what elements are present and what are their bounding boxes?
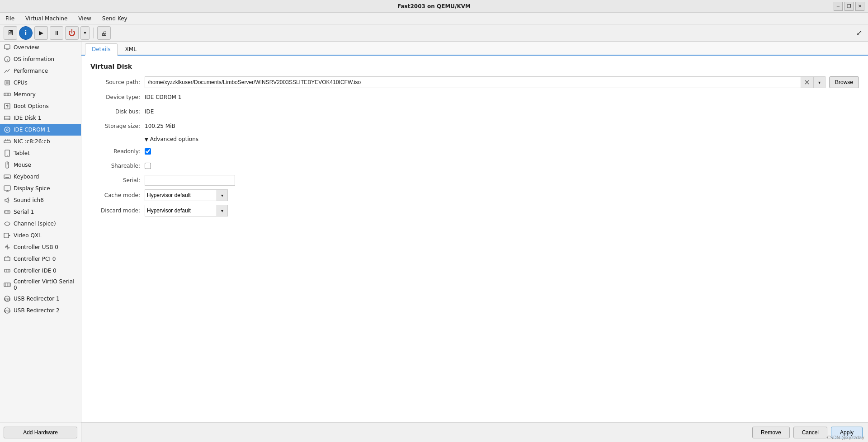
advanced-options-toggle[interactable]: ▼ Advanced options bbox=[145, 136, 859, 142]
sidebar-item-overview[interactable]: Overview bbox=[0, 42, 81, 53]
pause-button[interactable]: ⏸ bbox=[50, 26, 63, 40]
sidebar-item-ctrl-pci0[interactable]: Controller PCI 0 bbox=[0, 253, 81, 265]
shareable-checkbox[interactable] bbox=[145, 163, 151, 169]
sidebar-item-mouse[interactable]: Mouse bbox=[0, 159, 81, 171]
menu-virtual-machine[interactable]: Virtual Machine bbox=[23, 14, 70, 23]
restore-button[interactable]: ❐ bbox=[844, 2, 854, 11]
serial-label: Serial: bbox=[90, 177, 145, 183]
sidebar-item-memory[interactable]: Memory bbox=[0, 89, 81, 100]
sidebar-item-channel-spice[interactable]: Channel (spice) bbox=[0, 218, 81, 230]
sidebar-label-tablet: Tablet bbox=[14, 150, 30, 156]
sidebar-item-usb-redir2[interactable]: USB USB Redirector 2 bbox=[0, 305, 81, 316]
sidebar-item-video-qxl[interactable]: Video QXL bbox=[0, 230, 81, 241]
tab-xml[interactable]: XML bbox=[118, 43, 143, 55]
sidebar-label-ctrl-virtio: Controller VirtIO Serial 0 bbox=[14, 278, 77, 291]
advanced-section: ▼ Advanced options Readonly: Shareable: bbox=[90, 136, 859, 216]
source-path-clear-button[interactable] bbox=[801, 76, 814, 88]
add-hardware-area: Add Hardware bbox=[0, 423, 81, 442]
sidebar-item-cpus[interactable]: CPUs bbox=[0, 77, 81, 89]
svg-rect-42 bbox=[8, 247, 9, 248]
keyboard-icon bbox=[4, 173, 11, 180]
sidebar-label-video-qxl: Video QXL bbox=[14, 232, 42, 239]
info-button[interactable]: i bbox=[19, 26, 33, 40]
action-dropdown-button[interactable]: ▾ bbox=[80, 26, 90, 40]
menubar: File Virtual Machine View Send Key bbox=[0, 13, 868, 24]
tabs: Details XML bbox=[81, 42, 868, 56]
sidebar-item-boot[interactable]: Boot Options bbox=[0, 100, 81, 112]
sidebar-item-ide-cdrom1[interactable]: IDE CDROM 1 bbox=[0, 124, 81, 136]
sidebar-item-serial1[interactable]: Serial 1 bbox=[0, 206, 81, 218]
add-hardware-button[interactable]: Add Hardware bbox=[4, 427, 77, 438]
sidebar-item-ctrl-usb0[interactable]: Controller USB 0 bbox=[0, 241, 81, 253]
readonly-checkbox-wrapper bbox=[145, 148, 151, 155]
tab-details[interactable]: Details bbox=[85, 43, 118, 56]
sidebar-label-ctrl-ide0: Controller IDE 0 bbox=[14, 268, 57, 274]
readonly-checkbox[interactable] bbox=[145, 148, 151, 155]
sidebar-item-display-spice[interactable]: Display Spice bbox=[0, 183, 81, 194]
sidebar-item-performance[interactable]: Performance bbox=[0, 65, 81, 77]
vm-display-button[interactable]: 🖥 bbox=[4, 26, 17, 40]
discard-mode-dropdown-button[interactable]: ▾ bbox=[217, 205, 228, 216]
discard-mode-select-wrapper: Hypervisor default ▾ bbox=[145, 205, 228, 216]
discard-mode-label: Discard mode: bbox=[90, 207, 145, 214]
menu-file[interactable]: File bbox=[3, 14, 17, 23]
sidebar-label-keyboard: Keyboard bbox=[14, 174, 39, 180]
browse-button[interactable]: Browse bbox=[829, 76, 859, 88]
performance-icon bbox=[4, 67, 11, 75]
serial-input[interactable] bbox=[145, 175, 235, 186]
sidebar-item-keyboard[interactable]: Keyboard bbox=[0, 171, 81, 183]
sidebar: Overview i OS information Performance bbox=[0, 42, 81, 442]
sidebar-label-ide-cdrom1: IDE CDROM 1 bbox=[14, 127, 50, 133]
source-path-dropdown-button[interactable]: ▾ bbox=[814, 76, 826, 88]
cache-mode-dropdown-button[interactable]: ▾ bbox=[217, 189, 228, 201]
storage-size-row: Storage size: 100.25 MiB bbox=[90, 121, 859, 132]
shareable-label: Shareable: bbox=[90, 163, 145, 169]
content-area: Details XML Virtual Disk Source path: ▾ … bbox=[81, 42, 868, 442]
tablet-icon bbox=[4, 150, 11, 157]
svg-rect-5 bbox=[6, 81, 9, 84]
sidebar-item-os[interactable]: i OS information bbox=[0, 53, 81, 65]
sidebar-label-overview: Overview bbox=[14, 44, 39, 51]
sidebar-item-nic[interactable]: NIC :c8:26:cb bbox=[0, 136, 81, 147]
serial-row: Serial: bbox=[90, 175, 859, 186]
menu-view[interactable]: View bbox=[75, 14, 94, 23]
sidebar-item-sound[interactable]: Sound ich6 bbox=[0, 194, 81, 206]
minimize-button[interactable]: − bbox=[834, 2, 843, 11]
sidebar-item-usb-redir1[interactable]: USB USB Redirector 1 bbox=[0, 293, 81, 305]
overview-icon bbox=[4, 44, 11, 51]
screenshot-button[interactable]: 🖨 bbox=[97, 26, 111, 40]
boot-icon bbox=[4, 103, 11, 110]
cache-mode-select[interactable]: Hypervisor default bbox=[145, 189, 217, 201]
fullscreen-button[interactable]: ⤢ bbox=[854, 28, 864, 38]
svg-rect-43 bbox=[5, 257, 10, 261]
stop-button[interactable]: ⏻ bbox=[65, 26, 79, 40]
detail-content: Virtual Disk Source path: ▾ Browse Devic… bbox=[81, 56, 868, 422]
sidebar-item-ctrl-virtio[interactable]: Controller VirtIO Serial 0 bbox=[0, 277, 81, 293]
titlebar: Fast2003 on QEMU/KVM − ❐ ✕ bbox=[0, 0, 868, 13]
device-type-value: IDE CDROM 1 bbox=[145, 94, 181, 100]
svg-rect-29 bbox=[4, 186, 10, 190]
disk-bus-value: IDE bbox=[145, 108, 154, 115]
sidebar-item-tablet[interactable]: Tablet bbox=[0, 147, 81, 159]
virtio-icon bbox=[4, 281, 11, 288]
bottom-bar: Remove Cancel Apply bbox=[81, 422, 868, 442]
sidebar-label-ctrl-pci0: Controller PCI 0 bbox=[14, 256, 56, 262]
sidebar-label-os: OS information bbox=[14, 56, 54, 62]
sidebar-label-performance: Performance bbox=[14, 68, 48, 74]
display-icon bbox=[4, 185, 11, 192]
discard-mode-select[interactable]: Hypervisor default bbox=[145, 205, 217, 216]
svg-point-15 bbox=[5, 127, 10, 132]
mouse-icon bbox=[4, 161, 11, 169]
remove-button[interactable]: Remove bbox=[752, 427, 790, 438]
svg-text:USB: USB bbox=[4, 298, 11, 301]
menu-send-key[interactable]: Send Key bbox=[99, 14, 130, 23]
run-button[interactable]: ▶ bbox=[34, 26, 48, 40]
watermark: CSDN @xyzzday bbox=[827, 435, 864, 440]
source-path-input[interactable] bbox=[145, 76, 801, 88]
close-button[interactable]: ✕ bbox=[855, 2, 864, 11]
cancel-button[interactable]: Cancel bbox=[793, 427, 827, 438]
sidebar-item-ctrl-ide0[interactable]: Controller IDE 0 bbox=[0, 265, 81, 277]
sidebar-item-ide-disk1[interactable]: IDE Disk 1 bbox=[0, 112, 81, 124]
channel-icon bbox=[4, 220, 11, 227]
window-controls: − ❐ ✕ bbox=[834, 2, 864, 11]
